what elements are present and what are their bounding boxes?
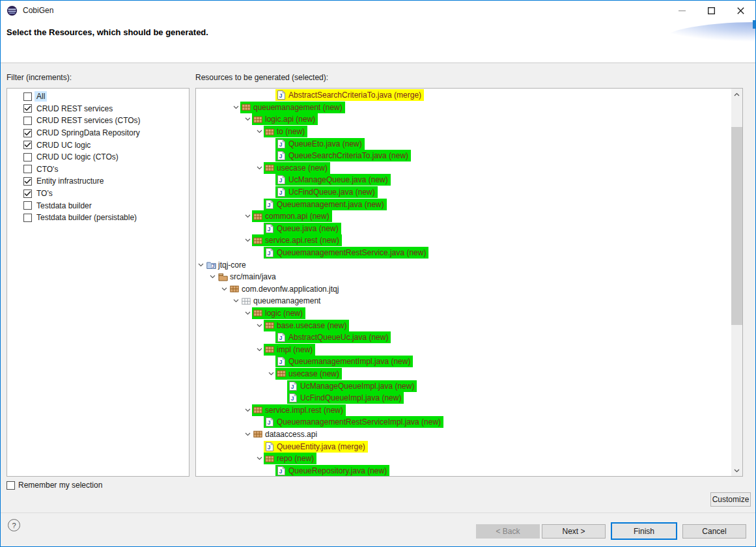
tree-row[interactable]: base.usecase (new) — [196, 319, 731, 331]
tree-row[interactable]: dataaccess.api — [196, 428, 731, 441]
tree-row[interactable]: JAbstractSearchCriteriaTo.java (merge) — [196, 89, 731, 102]
filter-list: AllCRUD REST servicesCRUD REST services … — [7, 89, 189, 224]
tree-row[interactable]: logic.api (new) — [196, 113, 731, 126]
tree-row[interactable]: JUcFindQueueImpl.java (new) — [196, 392, 731, 404]
tree-node-label: Queuemanagement.java (new) — [277, 200, 384, 209]
chevron-down-icon[interactable] — [243, 432, 252, 436]
highlight-new: to (new) — [264, 126, 307, 137]
tree-row[interactable]: Jjtqj-core — [196, 259, 731, 271]
java-file-icon: J — [277, 466, 287, 475]
checked-checkbox[interactable] — [23, 177, 32, 186]
finish-button[interactable]: Finish — [611, 522, 677, 540]
chevron-down-icon[interactable] — [255, 456, 264, 460]
tree-row[interactable]: JQueuemanagementImpl.java (new) — [196, 356, 731, 368]
back-button[interactable]: < Back — [476, 524, 540, 539]
tree-row[interactable]: common.api (new) — [196, 210, 731, 223]
tree-row[interactable]: service.impl.rest (new) — [196, 404, 731, 416]
cancel-button[interactable]: Cancel — [682, 524, 746, 539]
tree-row[interactable]: JQueuemanagementRestServiceImpl.java (ne… — [196, 416, 731, 428]
chevron-down-icon[interactable] — [255, 130, 264, 133]
indent-spacer — [196, 143, 266, 144]
tree-scrollbar[interactable] — [731, 89, 742, 476]
tree-row[interactable]: src/main/java — [196, 271, 731, 283]
filter-item[interactable]: CRUD SpringData Repository — [7, 127, 189, 139]
package-icon — [265, 128, 275, 136]
close-button[interactable] — [726, 1, 755, 20]
tree-row[interactable]: JUcFindQueue.java (new) — [196, 186, 731, 199]
tree-row[interactable]: JQueueEto.java (new) — [196, 137, 731, 150]
tree-row[interactable]: JQueueRepository.java (new) — [196, 464, 731, 477]
checked-checkbox[interactable] — [23, 129, 32, 137]
next-button[interactable]: Next > — [542, 524, 606, 539]
checked-checkbox[interactable] — [23, 141, 32, 149]
filter-item[interactable]: Testdata builder (persistable) — [7, 212, 189, 224]
help-button[interactable]: ? — [8, 519, 20, 531]
java-file-icon: J — [277, 357, 287, 366]
scroll-up-icon[interactable] — [731, 89, 742, 100]
highlight-new: JUcManageQueueImpl.java (new) — [287, 380, 417, 392]
chevron-down-icon[interactable] — [231, 105, 240, 109]
chevron-down-icon[interactable] — [255, 324, 264, 328]
unchecked-checkbox[interactable] — [23, 165, 32, 173]
tree-row[interactable]: JQueuemanagement.java (new) — [196, 198, 731, 210]
filter-item[interactable]: CRUD UC logic (CTOs) — [7, 151, 189, 163]
chevron-down-icon[interactable] — [196, 263, 205, 267]
filter-item[interactable]: TO's — [7, 188, 189, 200]
tree-row[interactable]: JAbstractQueueUc.java (new) — [196, 331, 731, 344]
tree-row[interactable]: repo (new) — [196, 453, 731, 465]
chevron-down-icon[interactable] — [219, 287, 229, 291]
chevron-down-icon[interactable] — [243, 238, 252, 242]
tree-row[interactable]: queuemanagement — [196, 295, 731, 307]
filter-item[interactable]: CRUD REST services (CTOs) — [7, 115, 189, 127]
chevron-down-icon[interactable] — [255, 166, 264, 170]
unchecked-checkbox[interactable] — [23, 214, 32, 222]
remember-selection-checkbox[interactable] — [7, 481, 15, 490]
tree-row[interactable]: usecase (new) — [196, 368, 731, 380]
package-icon — [230, 285, 240, 293]
svg-text:J: J — [279, 153, 282, 160]
unchecked-checkbox[interactable] — [23, 201, 32, 210]
tree-row[interactable]: JQueueEntity.java (merge) — [196, 440, 731, 453]
tree-row[interactable]: JUcManageQueue.java (new) — [196, 174, 731, 186]
tree-row[interactable]: com.devonfw.application.jtqj — [196, 283, 731, 296]
tree-row[interactable]: queuemanagement (new) — [196, 102, 731, 114]
chevron-down-icon[interactable] — [243, 214, 252, 218]
chevron-down-icon[interactable] — [243, 408, 252, 412]
chevron-down-icon[interactable] — [266, 372, 275, 376]
filter-item[interactable]: Testdata builder — [7, 199, 189, 212]
chevron-down-icon[interactable] — [231, 299, 240, 303]
tree-row[interactable]: to (new) — [196, 126, 731, 138]
minimize-button[interactable] — [667, 1, 697, 20]
scrollbar-thumb[interactable] — [731, 127, 742, 325]
filter-item[interactable]: Entity infrastructure — [7, 175, 189, 188]
scroll-down-icon[interactable] — [731, 465, 742, 476]
checked-checkbox[interactable] — [23, 189, 32, 198]
maximize-button[interactable] — [697, 1, 726, 20]
customize-button[interactable]: Customize — [710, 492, 751, 507]
chevron-down-icon[interactable] — [243, 117, 252, 121]
tree-row[interactable]: usecase (new) — [196, 162, 731, 175]
unchecked-checkbox[interactable] — [23, 153, 32, 161]
java-project-icon: J — [206, 260, 216, 270]
tree-row[interactable]: impl (new) — [196, 343, 731, 356]
filter-item[interactable]: CRUD UC logic — [7, 139, 189, 151]
tree-row[interactable]: logic (new) — [196, 307, 731, 320]
filter-item-label: CRUD REST services (CTOs) — [35, 115, 143, 126]
tree-row[interactable]: JQueue.java (new) — [196, 223, 731, 235]
tree-row[interactable]: JUcManageQueueImpl.java (new) — [196, 380, 731, 392]
filter-item[interactable]: CRUD REST services — [7, 103, 189, 115]
tree-row[interactable]: JQueuemanagementRestService.java (new) — [196, 247, 731, 259]
filter-item[interactable]: All — [7, 91, 189, 103]
svg-text:J: J — [267, 250, 270, 257]
chevron-down-icon[interactable] — [255, 348, 264, 352]
unchecked-checkbox[interactable] — [23, 117, 32, 125]
chevron-down-icon[interactable] — [208, 275, 217, 279]
tree-row[interactable]: JQueueSearchCriteriaTo.java (new) — [196, 150, 731, 162]
java-file-icon: J — [277, 188, 287, 197]
filter-item[interactable]: CTO's — [7, 163, 189, 176]
tree-row[interactable]: service.api.rest (new) — [196, 234, 731, 247]
tree-node-label: usecase (new) — [288, 369, 339, 378]
checked-checkbox[interactable] — [23, 104, 32, 113]
chevron-down-icon[interactable] — [243, 311, 252, 315]
unchecked-checkbox[interactable] — [23, 92, 32, 101]
